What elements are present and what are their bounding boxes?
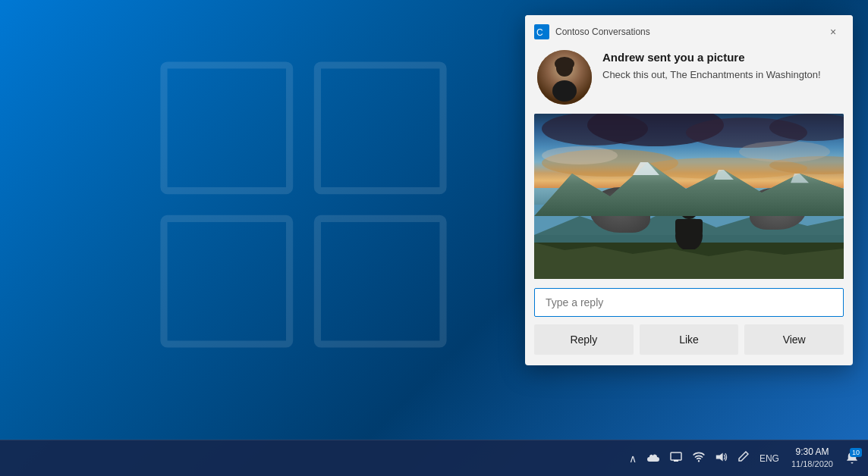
taskbar-clock[interactable]: 9:30 AM 11/18/2020 [787, 446, 838, 470]
avatar-image [537, 50, 592, 105]
landscape-scene [534, 114, 844, 279]
svg-rect-33 [675, 219, 703, 234]
clock-time: 9:30 AM [791, 446, 833, 459]
wifi-icon[interactable] [690, 449, 708, 468]
notification-badge: 10 [850, 448, 862, 458]
toast-message: Check this out, The Enchantments in Wash… [602, 68, 841, 82]
taskbar-systray: ∧ [626, 446, 862, 470]
windows-logo [129, 23, 478, 387]
toast-app-name: Contoso Conversations [555, 27, 816, 37]
svg-rect-35 [674, 460, 678, 462]
view-button[interactable]: View [744, 324, 844, 355]
toast-actions: Reply Like View [534, 324, 844, 355]
svg-point-8 [552, 80, 577, 102]
toast-close-button[interactable]: × [822, 21, 844, 42]
pen-icon[interactable] [735, 448, 752, 468]
svg-marker-36 [716, 453, 723, 461]
reply-input-container [534, 288, 844, 317]
toast-text-content: Andrew sent you a picture Check this out… [602, 50, 841, 82]
toast-title: Andrew sent you a picture [602, 50, 841, 65]
reply-input[interactable] [534, 288, 844, 317]
sender-avatar [537, 50, 592, 105]
clock-date: 11/18/2020 [791, 459, 833, 470]
svg-point-9 [555, 57, 574, 70]
volume-icon[interactable] [712, 449, 731, 468]
svg-text:C: C [536, 27, 543, 38]
notifications-icon[interactable]: 10 [842, 448, 862, 469]
like-button[interactable]: Like [640, 324, 739, 355]
toast-notification: C Contoso Conversations × [525, 15, 853, 365]
chevron-icon[interactable]: ∧ [626, 449, 640, 468]
desktop: C Contoso Conversations × [0, 0, 868, 476]
svg-marker-24 [534, 162, 844, 216]
toast-image [534, 114, 844, 279]
taskbar: ∧ [0, 440, 868, 476]
svg-rect-3 [317, 218, 443, 344]
toast-header: C Contoso Conversations × [525, 15, 853, 47]
language-indicator[interactable]: ENG [756, 453, 782, 464]
toast-body: Andrew sent you a picture Check this out… [525, 47, 853, 114]
display-icon[interactable] [667, 449, 685, 468]
reply-button[interactable]: Reply [534, 324, 634, 355]
contoso-app-icon: C [534, 24, 549, 39]
svg-rect-2 [164, 218, 290, 344]
svg-rect-1 [317, 65, 443, 191]
svg-rect-0 [164, 65, 290, 191]
svg-rect-34 [671, 453, 681, 460]
cloud-icon[interactable] [644, 449, 662, 468]
